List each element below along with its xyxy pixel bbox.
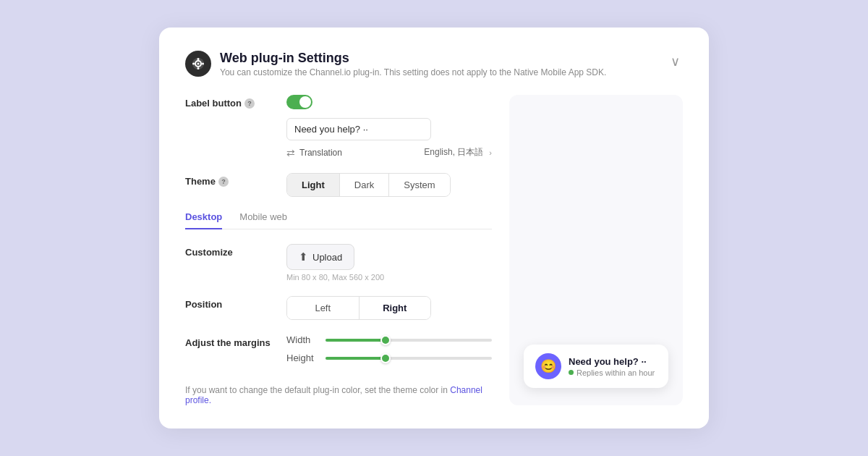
collapse-button[interactable]: ∨ bbox=[668, 51, 683, 72]
theme-light-button[interactable]: Light bbox=[287, 174, 340, 196]
content-wrapper: Label button ? ⇄ Translation English, 日本… bbox=[185, 95, 683, 405]
tabs: Desktop Mobile web bbox=[185, 211, 492, 229]
tab-mobile-web[interactable]: Mobile web bbox=[239, 211, 287, 229]
position-label: Position bbox=[185, 296, 286, 310]
label-button-label: Label button ? bbox=[185, 95, 286, 109]
label-button-input[interactable] bbox=[286, 118, 431, 140]
translation-chevron-icon[interactable]: › bbox=[489, 148, 492, 157]
header-text: Web plug-in Settings You can customize t… bbox=[220, 51, 606, 77]
online-indicator bbox=[569, 370, 574, 375]
label-button-toggle[interactable] bbox=[286, 95, 312, 109]
width-slider-thumb[interactable] bbox=[380, 335, 391, 345]
theme-system-button[interactable]: System bbox=[389, 174, 449, 196]
adjust-margins-label: Adjust the margins bbox=[185, 334, 286, 348]
height-slider-track bbox=[326, 357, 492, 360]
theme-label: Theme ? bbox=[185, 173, 286, 187]
translation-label: Translation bbox=[299, 148, 342, 158]
position-group: Left Right bbox=[286, 296, 431, 320]
adjust-margins-row: Adjust the margins Width Height bbox=[185, 334, 492, 371]
svg-point-4 bbox=[197, 67, 200, 69]
widget-title: Need you help? ·· bbox=[569, 356, 655, 367]
upload-icon: ⬆ bbox=[299, 250, 308, 263]
widget-avatar-emoji: 😊 bbox=[540, 358, 556, 374]
translation-icon: ⇄ bbox=[286, 147, 295, 159]
width-label: Width bbox=[286, 334, 318, 345]
translation-row: ⇄ Translation English, 日本語 › bbox=[286, 146, 492, 159]
svg-point-6 bbox=[202, 63, 204, 65]
height-slider-row: Height bbox=[286, 352, 492, 363]
widget-text: Need you help? ·· Replies within an hour bbox=[569, 356, 655, 377]
height-label: Height bbox=[286, 352, 318, 363]
height-slider-fill bbox=[326, 357, 384, 360]
upload-hint: Min 80 x 80, Max 560 x 200 bbox=[286, 273, 384, 282]
theme-group: Light Dark System bbox=[286, 173, 451, 197]
width-slider-row: Width bbox=[286, 334, 492, 345]
position-right-button[interactable]: Right bbox=[359, 297, 431, 319]
preview-widget: 😊 Need you help? ·· Replies within an ho… bbox=[524, 345, 668, 388]
svg-point-2 bbox=[197, 63, 200, 65]
card-header: Web plug-in Settings You can customize t… bbox=[185, 51, 683, 77]
theme-help-icon[interactable]: ? bbox=[218, 177, 229, 187]
customize-label: Customize bbox=[185, 244, 286, 258]
tab-desktop[interactable]: Desktop bbox=[185, 211, 222, 229]
width-slider-track bbox=[326, 339, 492, 342]
position-left-button[interactable]: Left bbox=[287, 297, 359, 319]
customize-section: ⬆ Upload Min 80 x 80, Max 560 x 200 bbox=[286, 244, 384, 282]
translation-value: English, 日本語 bbox=[424, 146, 483, 159]
width-slider-fill bbox=[326, 339, 384, 342]
upload-button[interactable]: ⬆ Upload bbox=[286, 244, 354, 270]
settings-card: Web plug-in Settings You can customize t… bbox=[159, 28, 709, 428]
svg-point-5 bbox=[192, 63, 195, 65]
svg-point-3 bbox=[197, 58, 200, 60]
page-subtitle: You can customize the Channel.io plug-in… bbox=[220, 67, 606, 77]
label-section: ⇄ Translation English, 日本語 › bbox=[286, 95, 492, 159]
widget-subtitle: Replies within an hour bbox=[569, 368, 655, 377]
page-title: Web plug-in Settings bbox=[220, 51, 606, 66]
position-row: Position Left Right bbox=[185, 296, 492, 320]
customize-row: Customize ⬆ Upload Min 80 x 80, Max 560 … bbox=[185, 244, 492, 282]
label-button-row: Label button ? ⇄ Translation English, 日本… bbox=[185, 95, 492, 159]
sliders-section: Width Height bbox=[286, 334, 492, 371]
preview-panel: 😊 Need you help? ·· Replies within an ho… bbox=[509, 95, 683, 405]
label-button-help-icon[interactable]: ? bbox=[244, 98, 255, 109]
height-slider-thumb[interactable] bbox=[380, 353, 391, 363]
footer-note: If you want to change the default plug-i… bbox=[185, 385, 492, 405]
theme-row: Theme ? Light Dark System bbox=[185, 173, 492, 197]
theme-dark-button[interactable]: Dark bbox=[340, 174, 389, 196]
widget-avatar: 😊 bbox=[535, 353, 561, 379]
plugin-icon bbox=[185, 51, 211, 77]
left-panel: Label button ? ⇄ Translation English, 日本… bbox=[185, 95, 492, 405]
